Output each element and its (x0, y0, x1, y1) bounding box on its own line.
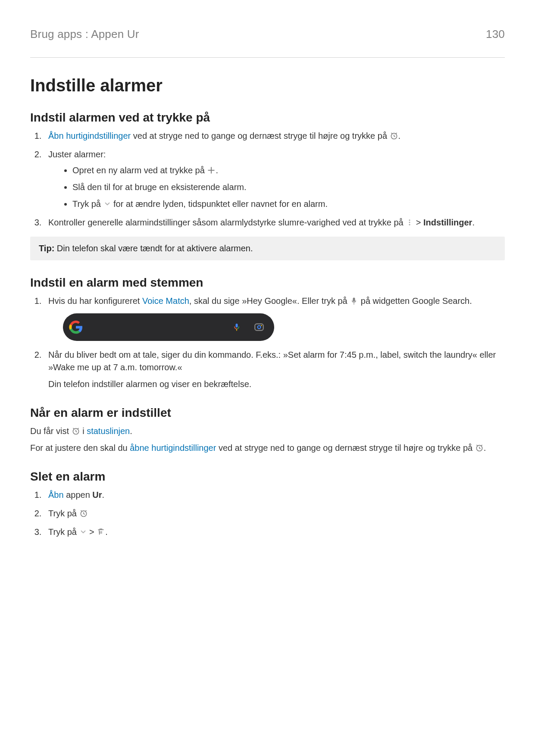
step-2-intro: Juster alarmer: (48, 150, 106, 159)
breadcrumb: Brug apps : Appen Ur (30, 28, 139, 41)
svg-point-9 (261, 325, 262, 326)
voice-match-link[interactable]: Voice Match (142, 296, 189, 306)
header-divider (30, 57, 505, 58)
step-1: Åbn hurtigindstillinger ved at stryge ne… (44, 130, 505, 142)
app-name-ur: Ur (92, 490, 102, 500)
widget-mic-icon (232, 321, 241, 333)
delete-steps: Åbn appen Ur. Tryk på Tryk på > . (30, 489, 505, 538)
mic-icon (350, 297, 358, 305)
trash-icon (97, 528, 105, 536)
svg-point-1 (409, 219, 410, 221)
voice-step-2: Når du bliver bedt om at tale, siger du … (44, 349, 505, 390)
bullet-create-alarm: Opret en ny alarm ved at trykke på . (72, 164, 505, 177)
svg-point-2 (409, 222, 410, 223)
svg-rect-5 (236, 324, 238, 328)
chevron-down-icon (103, 200, 111, 208)
running-header: Brug apps : Appen Ur 130 (30, 28, 505, 41)
tip-box: Tip: Din telefon skal være tændt for at … (30, 237, 505, 260)
alarm-clock-icon-2 (475, 444, 484, 452)
open-link[interactable]: Åbn (48, 490, 64, 500)
when-set-p1: Du får vist i statuslinjen. (30, 425, 505, 437)
voice-step-1: Hvis du har konfigureret Voice Match, sk… (44, 295, 505, 341)
svg-rect-4 (353, 298, 355, 302)
delete-step-2: Tryk på (44, 507, 505, 520)
voice-step-2-confirm: Din telefon indstiller alarmen og viser … (48, 378, 505, 390)
step-2: Juster alarmer: Opret en ny alarm ved at… (44, 148, 505, 210)
alarm-clock-icon (390, 131, 398, 140)
google-logo-icon (69, 320, 83, 334)
step-3: Kontroller generelle alarmindstillinger … (44, 216, 505, 229)
settings-label: Indstillinger (423, 218, 472, 227)
step-2-bullets: Opret en ny alarm ved at trykke på . Slå… (48, 164, 505, 210)
section-title-set-by-tap: Indstil alarmen ved at trykke på (30, 111, 505, 125)
more-vert-icon (406, 219, 413, 226)
google-search-widget (63, 313, 274, 341)
when-set-p2: For at justere den skal du åbne hurtigin… (30, 442, 505, 454)
bullet-enable-existing: Slå den til for at bruge en eksisterende… (72, 181, 505, 194)
voice-steps: Hvis du har konfigureret Voice Match, sk… (30, 295, 505, 390)
delete-step-1: Åbn appen Ur. (44, 489, 505, 501)
section-title-voice: Indstil en alarm med stemmen (30, 276, 505, 290)
tip-label: Tip: (39, 244, 57, 253)
widget-lens-icon (253, 322, 265, 333)
plus-icon (207, 166, 216, 175)
delete-step-3: Tryk på > . (44, 526, 505, 538)
bullet-edit-alarm: Tryk på for at ændre lyden, tidspunktet … (72, 198, 505, 210)
status-bar-link[interactable]: statuslinjen (87, 426, 130, 436)
page-title: Indstille alarmer (30, 76, 505, 95)
svg-point-8 (258, 326, 261, 329)
alarm-tab-icon (79, 509, 88, 518)
alarm-statusbar-icon (72, 427, 80, 435)
page-number: 130 (486, 28, 505, 41)
section-title-when-set: Når en alarm er indstillet (30, 406, 505, 420)
open-quick-settings-link[interactable]: Åbn hurtigindstillinger (48, 131, 131, 141)
section-title-delete: Slet en alarm (30, 470, 505, 484)
set-by-tap-steps: Åbn hurtigindstillinger ved at stryge ne… (30, 130, 505, 229)
open-quick-settings-link-2[interactable]: åbne hurtigindstillinger (130, 443, 216, 453)
tip-text: Din telefon skal være tændt for at aktiv… (57, 244, 253, 253)
svg-rect-7 (255, 324, 263, 330)
svg-point-3 (409, 224, 410, 225)
step-1-end: . (398, 131, 401, 141)
chevron-down-icon-2 (79, 528, 87, 536)
step-1-text: ved at stryge ned to gange og dernæst st… (131, 131, 389, 141)
